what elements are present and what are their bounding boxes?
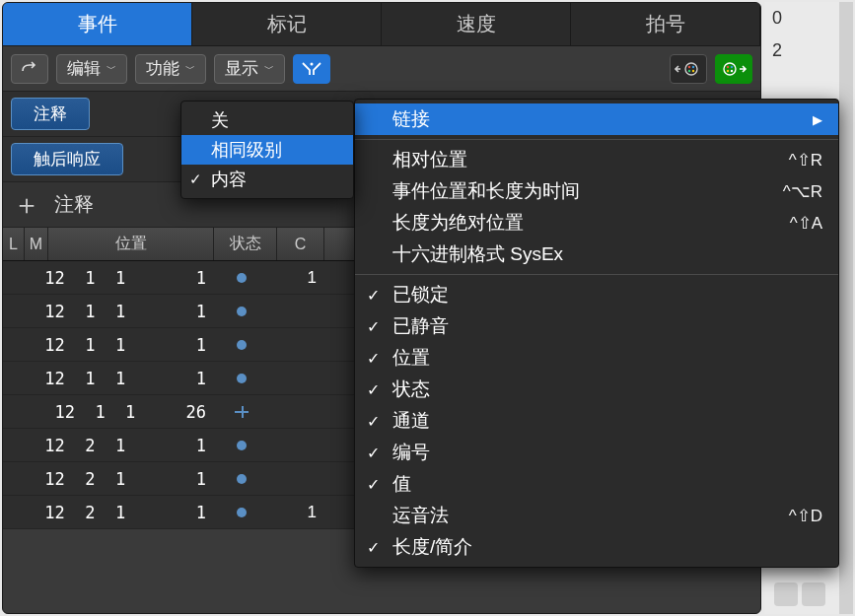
submenu-item[interactable]: 关 [181, 105, 353, 135]
chevron-down-icon: ﹀ [107, 62, 116, 76]
chevron-down-icon: ﹀ [185, 62, 195, 76]
svg-point-1 [685, 63, 697, 75]
svg-point-2 [688, 65, 690, 67]
menu-item[interactable]: ✓通道 [355, 405, 838, 437]
add-label: 注释 [54, 191, 94, 218]
menu-item-label: 相对位置 [392, 147, 467, 172]
note-icon [237, 340, 247, 350]
cell-status [214, 411, 277, 413]
edit-menu-button[interactable]: 编辑﹀ [56, 54, 127, 84]
cell-status [214, 474, 277, 484]
link-submenu: 关相同级别✓内容 [180, 101, 354, 199]
functions-menu-button[interactable]: 功能﹀ [135, 54, 206, 84]
menu-item[interactable]: 长度为绝对位置^⇧A [355, 207, 838, 239]
check-icon: ✓ [367, 538, 380, 557]
appearance-out-button[interactable] [715, 54, 752, 84]
svg-point-5 [692, 69, 694, 71]
menu-item[interactable]: 十六进制格式 SysEx [355, 239, 838, 270]
chevron-down-icon: ﹀ [264, 62, 274, 76]
cell-position[interactable]: 12 2 1 1 [48, 503, 214, 522]
cell-channel[interactable]: 1 [277, 268, 324, 288]
menu-item-label: 值 [392, 471, 411, 497]
tab-tempo[interactable]: 速度 [382, 3, 571, 46]
check-icon: ✓ [367, 444, 380, 462]
appearance-in-button[interactable] [670, 54, 707, 84]
menu-item[interactable]: ✓已静音 [355, 310, 838, 342]
undo-arrow-icon [20, 61, 39, 77]
back-button[interactable] [11, 54, 48, 84]
chip-aftertouch[interactable]: 触后响应 [11, 143, 123, 175]
svg-point-3 [692, 65, 694, 67]
th-status[interactable]: 状态 [214, 228, 277, 260]
menu-link-label: 链接 [392, 106, 430, 132]
cell-status [214, 508, 277, 517]
submenu-label: 内容 [211, 168, 247, 191]
menu-item[interactable]: ✓值 [355, 468, 838, 500]
menu-separator [355, 274, 838, 275]
cell-position[interactable]: 12 2 1 1 [48, 469, 214, 489]
svg-point-8 [731, 65, 733, 67]
view-menu-button[interactable]: 显示﹀ [214, 54, 285, 84]
palette-right-icon [720, 61, 748, 77]
cell-position[interactable]: 12 2 1 1 [48, 436, 214, 455]
menu-item[interactable]: ✓长度/简介 [355, 531, 838, 563]
menu-item-label: 通道 [392, 408, 430, 434]
submenu-item[interactable]: ✓内容 [181, 165, 353, 194]
note-icon [237, 374, 247, 383]
pager-prev[interactable] [774, 582, 798, 606]
cell-status [214, 340, 277, 350]
shortcut-label: ^⇧D [789, 506, 822, 526]
check-icon: ✓ [367, 349, 380, 368]
menu-separator [355, 139, 838, 140]
tab-signature[interactable]: 拍号 [571, 3, 760, 46]
svg-point-7 [727, 65, 729, 67]
note-icon [237, 508, 247, 517]
tab-markers[interactable]: 标记 [192, 3, 382, 46]
submenu-label: 关 [211, 108, 229, 132]
th-position[interactable]: 位置 [48, 228, 214, 260]
cell-status [214, 273, 277, 283]
menu-item-label: 已锁定 [392, 282, 449, 308]
menu-item[interactable]: ✓位置 [355, 342, 838, 374]
filter-icon [301, 61, 322, 77]
svg-point-6 [724, 63, 736, 75]
menu-item[interactable]: 运音法^⇧D [355, 500, 838, 531]
filter-button[interactable] [293, 54, 330, 84]
svg-point-4 [688, 69, 690, 71]
add-button[interactable]: ＋ [13, 191, 40, 219]
menu-item-label: 长度/简介 [392, 534, 472, 560]
cell-position[interactable]: 12 1 1 1 [48, 268, 214, 288]
menu-item[interactable]: 相对位置^⇧R [355, 144, 838, 175]
menu-item-label: 编号 [392, 440, 430, 465]
th-M[interactable]: M [25, 228, 48, 260]
menu-item-label: 十六进制格式 SysEx [392, 241, 563, 267]
cell-position[interactable]: 12 1 1 1 [48, 302, 214, 321]
cell-position[interactable]: 12 1 1 26 [48, 402, 214, 422]
th-L[interactable]: L [3, 228, 25, 260]
pager-next[interactable] [802, 582, 825, 606]
menu-item-label: 位置 [392, 345, 430, 371]
check-icon: ✓ [367, 475, 380, 494]
scrollbar[interactable] [839, 2, 853, 614]
menu-item-label: 长度为绝对位置 [392, 210, 524, 236]
shortcut-label: ^⇧R [789, 150, 822, 171]
note-icon [237, 273, 247, 283]
menu-link[interactable]: 链接 ▶ [355, 103, 838, 135]
menu-item-label: 事件位置和长度为时间 [392, 178, 580, 204]
menu-item-label: 运音法 [392, 503, 449, 528]
submenu-label: 相同级别 [211, 138, 282, 162]
menu-item[interactable]: ✓已锁定 [355, 279, 838, 310]
cell-position[interactable]: 12 1 1 1 [48, 335, 214, 355]
note-icon [237, 474, 247, 484]
menu-item[interactable]: 事件位置和长度为时间^⌥R [355, 175, 838, 207]
check-icon: ✓ [189, 171, 202, 188]
cell-channel[interactable]: 1 [277, 503, 324, 522]
menu-item[interactable]: ✓编号 [355, 437, 838, 468]
menu-item[interactable]: ✓状态 [355, 374, 838, 405]
cell-position[interactable]: 12 1 1 1 [48, 369, 214, 388]
chip-notes[interactable]: 注释 [11, 98, 90, 130]
tab-events[interactable]: 事件 [3, 3, 192, 46]
th-channel[interactable]: C [277, 228, 324, 260]
svg-point-9 [727, 69, 729, 71]
submenu-item[interactable]: 相同级别 [181, 135, 353, 165]
